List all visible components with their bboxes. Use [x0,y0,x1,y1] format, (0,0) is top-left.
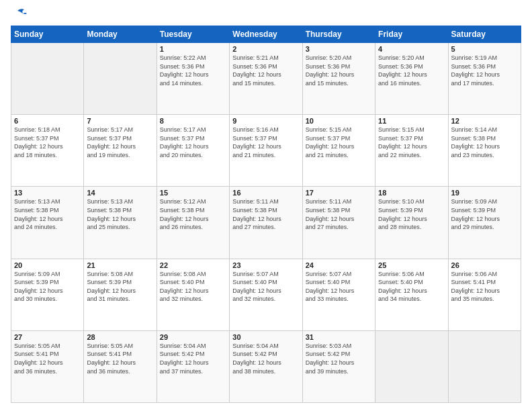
weekday-header-thursday: Thursday [302,26,375,43]
day-number: 31 [306,333,372,341]
day-number: 23 [232,261,299,269]
day-number: 29 [160,333,226,341]
weekday-header-row: SundayMondayTuesdayWednesdayThursdayFrid… [11,26,521,43]
cell-info: Sunrise: 5:17 AMSunset: 5:37 PMDaylight:… [160,126,226,159]
week-row-1: 1Sunrise: 5:22 AMSunset: 5:36 PMDaylight… [11,43,521,115]
cell-info: Sunrise: 5:03 AMSunset: 5:42 PMDaylight:… [306,342,372,375]
cell-info: Sunrise: 5:22 AMSunset: 5:36 PMDaylight:… [160,54,226,87]
calendar-cell: 1Sunrise: 5:22 AMSunset: 5:36 PMDaylight… [157,43,229,115]
cell-info: Sunrise: 5:12 AMSunset: 5:38 PMDaylight:… [160,197,226,231]
cell-info: Sunrise: 5:10 AMSunset: 5:39 PMDaylight:… [378,197,445,231]
cell-info: Sunrise: 5:06 AMSunset: 5:41 PMDaylight:… [451,270,518,304]
day-number: 15 [160,189,226,197]
calendar-cell: 28Sunrise: 5:05 AMSunset: 5:41 PMDayligh… [84,330,157,402]
cell-info: Sunrise: 5:05 AMSunset: 5:41 PMDaylight:… [14,342,81,375]
day-number: 2 [232,45,299,53]
calendar-cell [448,330,521,402]
day-number: 12 [451,117,518,125]
calendar-header: SundayMondayTuesdayWednesdayThursdayFrid… [11,26,521,43]
day-number: 18 [378,189,445,197]
day-number: 30 [232,333,299,341]
cell-info: Sunrise: 5:15 AMSunset: 5:37 PMDaylight:… [306,126,372,159]
day-number: 3 [306,45,372,53]
day-number: 11 [378,117,445,125]
cell-info: Sunrise: 5:17 AMSunset: 5:37 PMDaylight:… [87,126,153,159]
day-number: 24 [306,261,372,269]
cell-info: Sunrise: 5:07 AMSunset: 5:40 PMDaylight:… [232,270,299,304]
calendar-cell: 26Sunrise: 5:06 AMSunset: 5:41 PMDayligh… [448,259,521,330]
cell-info: Sunrise: 5:05 AMSunset: 5:41 PMDaylight:… [87,342,153,375]
calendar-cell [375,330,448,402]
day-number: 4 [378,45,445,53]
cell-info: Sunrise: 5:13 AMSunset: 5:38 PMDaylight:… [14,197,81,231]
day-number: 19 [451,189,518,197]
calendar-cell: 27Sunrise: 5:05 AMSunset: 5:41 PMDayligh… [11,330,84,402]
cell-info: Sunrise: 5:11 AMSunset: 5:38 PMDaylight:… [232,197,299,231]
calendar-cell: 24Sunrise: 5:07 AMSunset: 5:40 PMDayligh… [302,259,375,330]
day-number: 6 [14,117,81,125]
header [11,8,521,20]
day-number: 16 [232,189,299,197]
calendar-cell: 23Sunrise: 5:07 AMSunset: 5:40 PMDayligh… [230,259,302,330]
calendar-cell: 12Sunrise: 5:14 AMSunset: 5:38 PMDayligh… [448,115,521,187]
cell-info: Sunrise: 5:07 AMSunset: 5:40 PMDaylight:… [306,270,372,304]
calendar-cell: 4Sunrise: 5:20 AMSunset: 5:36 PMDaylight… [375,43,448,115]
weekday-header-sunday: Sunday [11,26,84,43]
calendar-cell: 16Sunrise: 5:11 AMSunset: 5:38 PMDayligh… [230,187,302,259]
cell-info: Sunrise: 5:20 AMSunset: 5:36 PMDaylight:… [378,54,445,87]
week-row-2: 6Sunrise: 5:18 AMSunset: 5:37 PMDaylight… [11,115,521,187]
day-number: 13 [14,189,81,197]
cell-info: Sunrise: 5:15 AMSunset: 5:37 PMDaylight:… [378,126,445,159]
day-number: 14 [87,189,153,197]
calendar-cell: 30Sunrise: 5:04 AMSunset: 5:42 PMDayligh… [230,330,302,402]
day-number: 28 [87,333,153,341]
calendar-cell: 15Sunrise: 5:12 AMSunset: 5:38 PMDayligh… [157,187,229,259]
logo [11,8,27,20]
calendar-cell [11,43,84,115]
calendar-cell: 11Sunrise: 5:15 AMSunset: 5:37 PMDayligh… [375,115,448,187]
cell-info: Sunrise: 5:11 AMSunset: 5:38 PMDaylight:… [306,197,372,231]
day-number: 21 [87,261,153,269]
calendar-cell: 31Sunrise: 5:03 AMSunset: 5:42 PMDayligh… [302,330,375,402]
calendar-cell: 22Sunrise: 5:08 AMSunset: 5:40 PMDayligh… [157,259,229,330]
calendar-cell: 9Sunrise: 5:16 AMSunset: 5:37 PMDaylight… [230,115,302,187]
day-number: 25 [378,261,445,269]
calendar-cell: 5Sunrise: 5:19 AMSunset: 5:36 PMDaylight… [448,43,521,115]
week-row-5: 27Sunrise: 5:05 AMSunset: 5:41 PMDayligh… [11,330,521,402]
day-number: 26 [451,261,518,269]
weekday-header-friday: Friday [375,26,448,43]
cell-info: Sunrise: 5:04 AMSunset: 5:42 PMDaylight:… [160,342,226,375]
week-row-4: 20Sunrise: 5:09 AMSunset: 5:39 PMDayligh… [11,259,521,330]
cell-info: Sunrise: 5:08 AMSunset: 5:39 PMDaylight:… [87,270,153,304]
week-row-3: 13Sunrise: 5:13 AMSunset: 5:38 PMDayligh… [11,187,521,259]
cell-info: Sunrise: 5:21 AMSunset: 5:36 PMDaylight:… [232,54,299,87]
calendar-cell: 3Sunrise: 5:20 AMSunset: 5:36 PMDaylight… [302,43,375,115]
day-number: 17 [306,189,372,197]
calendar-table: SundayMondayTuesdayWednesdayThursdayFrid… [11,26,521,403]
weekday-header-monday: Monday [84,26,157,43]
day-number: 9 [232,117,299,125]
cell-info: Sunrise: 5:13 AMSunset: 5:38 PMDaylight:… [87,197,153,231]
day-number: 27 [14,333,81,341]
day-number: 8 [160,117,226,125]
cell-info: Sunrise: 5:16 AMSunset: 5:37 PMDaylight:… [232,126,299,159]
cell-info: Sunrise: 5:04 AMSunset: 5:42 PMDaylight:… [232,342,299,375]
calendar-cell: 17Sunrise: 5:11 AMSunset: 5:38 PMDayligh… [302,187,375,259]
calendar-cell: 18Sunrise: 5:10 AMSunset: 5:39 PMDayligh… [375,187,448,259]
calendar-cell: 2Sunrise: 5:21 AMSunset: 5:36 PMDaylight… [230,43,302,115]
day-number: 7 [87,117,153,125]
calendar-cell: 7Sunrise: 5:17 AMSunset: 5:37 PMDaylight… [84,115,157,187]
cell-info: Sunrise: 5:06 AMSunset: 5:40 PMDaylight:… [378,270,445,304]
cell-info: Sunrise: 5:20 AMSunset: 5:36 PMDaylight:… [306,54,372,87]
weekday-header-tuesday: Tuesday [157,26,229,43]
day-number: 5 [451,45,518,53]
calendar-cell: 6Sunrise: 5:18 AMSunset: 5:37 PMDaylight… [11,115,84,187]
calendar-cell: 19Sunrise: 5:09 AMSunset: 5:39 PMDayligh… [448,187,521,259]
cell-info: Sunrise: 5:18 AMSunset: 5:37 PMDaylight:… [14,126,81,159]
weekday-header-wednesday: Wednesday [230,26,302,43]
logo-bird-icon [12,8,27,20]
cell-info: Sunrise: 5:09 AMSunset: 5:39 PMDaylight:… [451,197,518,231]
day-number: 10 [306,117,372,125]
day-number: 22 [160,261,226,269]
calendar-cell: 10Sunrise: 5:15 AMSunset: 5:37 PMDayligh… [302,115,375,187]
